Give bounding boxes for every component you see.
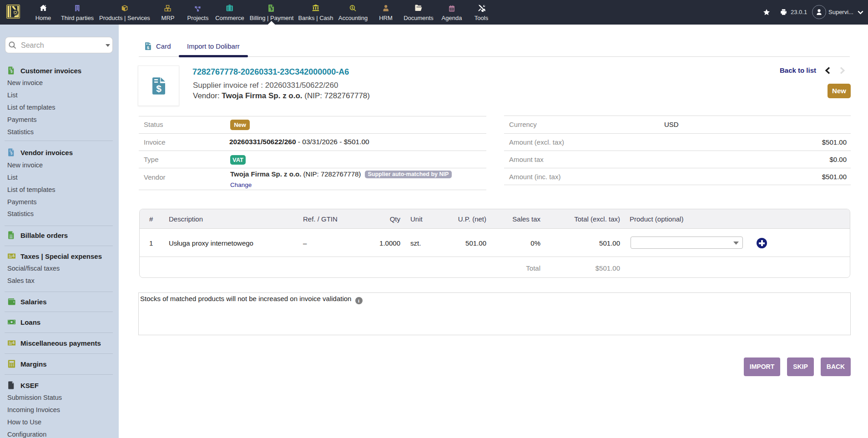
- svg-text:$: $: [156, 83, 161, 94]
- svg-text:$: $: [147, 45, 150, 50]
